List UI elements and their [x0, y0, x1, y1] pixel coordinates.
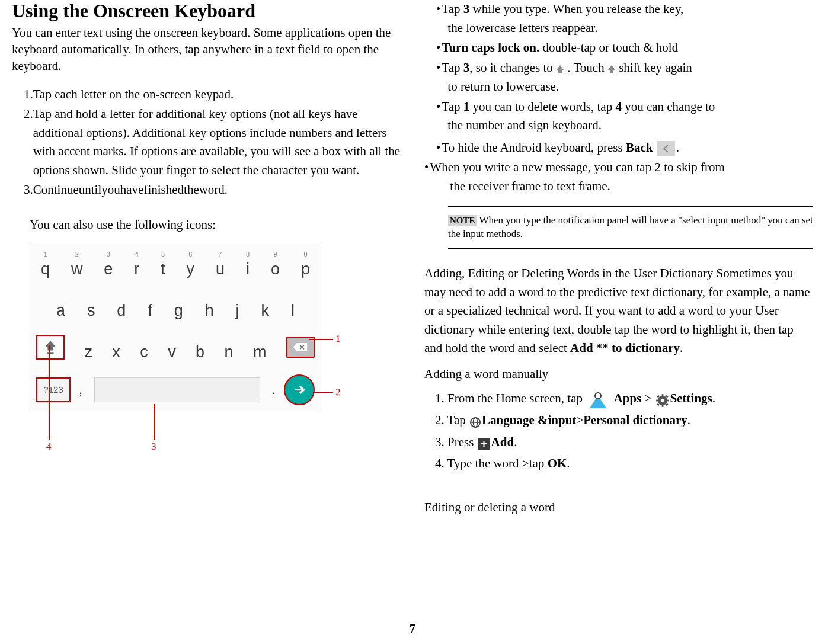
- bullet-item: • Turn caps lock on. double-tap or touch…: [424, 39, 813, 57]
- key-r: 4r: [134, 251, 139, 277]
- dictionary-paragraph: Adding, Editing or Deleting Words in the…: [424, 264, 813, 358]
- svg-rect-7: [667, 399, 669, 401]
- callout-3: 3: [151, 441, 156, 453]
- key-f: .f: [148, 293, 152, 319]
- note-label: NOTE: [448, 215, 477, 226]
- key-n: .n: [225, 334, 234, 360]
- svg-point-1: [595, 393, 601, 399]
- key-y: 6y: [187, 251, 195, 277]
- key-o: 9o: [271, 251, 280, 277]
- callout-4: 4: [46, 441, 52, 453]
- switch-123-key: ?123: [36, 377, 71, 402]
- subheading-icons: You can also use the following icons:: [30, 217, 401, 232]
- key-c: .c: [140, 334, 148, 360]
- list-number: 2.: [24, 105, 33, 180]
- key-t: 5t: [161, 251, 165, 277]
- key-i: 8i: [246, 251, 250, 277]
- key-a: .a: [56, 293, 65, 319]
- numbered-list: 1. Tap each letter on the on-screen keyp…: [12, 85, 401, 200]
- globe-icon: [470, 411, 481, 432]
- callout-2: 2: [335, 386, 341, 398]
- key-j: .j: [236, 293, 239, 319]
- bullet-item: • Tap 3, so it changes to . Touch shift …: [424, 59, 813, 97]
- subheading-edit-delete: Editing or deleting a word: [424, 498, 813, 517]
- bullet-item: • Tap 3 while you type. When you release…: [424, 0, 813, 37]
- svg-point-3: [660, 399, 664, 402]
- spacebar-key: [94, 377, 260, 402]
- apps-icon: [588, 392, 608, 408]
- list-text: Continueuntilyouhavefinishedtheword.: [33, 181, 401, 200]
- page-number: 7: [0, 622, 825, 636]
- key-l: .l: [291, 293, 295, 319]
- bullet-item: • Tap 1 you can to delete words, tap 4 y…: [424, 98, 813, 135]
- shift-icon: [556, 59, 564, 78]
- key-comma: ,: [79, 383, 82, 396]
- key-v: .v: [168, 334, 176, 360]
- gear-icon: [656, 389, 669, 411]
- plus-icon: +: [478, 438, 490, 450]
- svg-rect-6: [656, 399, 658, 401]
- key-g: .g: [174, 293, 183, 319]
- key-h: .h: [205, 293, 214, 319]
- svg-rect-5: [661, 405, 663, 407]
- key-w: 2w: [71, 251, 83, 277]
- key-p: 0p: [301, 251, 310, 277]
- list-text: Tap and hold a letter for additional key…: [33, 105, 401, 180]
- svg-rect-4: [661, 394, 663, 396]
- page-title: Using the Onscreen Keyboard: [12, 0, 401, 22]
- key-u: 7u: [216, 251, 225, 277]
- subheading-add-manual: Adding a word manually: [424, 365, 813, 384]
- list-number: 3.: [24, 181, 33, 200]
- key-s: .s: [87, 293, 95, 319]
- enter-key-icon: [284, 374, 315, 405]
- key-e: 3e: [104, 251, 113, 277]
- note-box: NOTE When you type the notification pane…: [448, 206, 813, 249]
- key-d: .d: [117, 293, 126, 319]
- list-number: 1.: [24, 85, 33, 104]
- key-z: .z: [84, 334, 92, 360]
- shift-icon: [607, 59, 616, 78]
- shift-key-icon: [36, 335, 65, 360]
- bullet-item: • To hide the Android keyboard, press Ba…: [424, 139, 813, 158]
- back-icon: [657, 141, 675, 156]
- key-x: .x: [112, 334, 120, 360]
- steps-list: 1. From the Home screen, tap Apps > Sett…: [424, 388, 813, 474]
- key-q: 1q: [41, 251, 50, 277]
- callout-1: 1: [335, 333, 341, 345]
- intro-text: You can enter text using the onscreen ke…: [12, 24, 401, 75]
- bullet-item: • When you write a new message, you can …: [424, 158, 813, 196]
- key-b: .b: [196, 334, 204, 360]
- list-text: Tap each letter on the on-screen keypad.: [33, 85, 401, 104]
- key-m: .m: [253, 334, 267, 360]
- key-period: .: [272, 383, 276, 396]
- keyboard-figure: 1q 2w 3e 4r 5t 6y 7u 8i 9o 0p .a .s .d .…: [30, 243, 320, 412]
- key-k: .k: [261, 293, 269, 319]
